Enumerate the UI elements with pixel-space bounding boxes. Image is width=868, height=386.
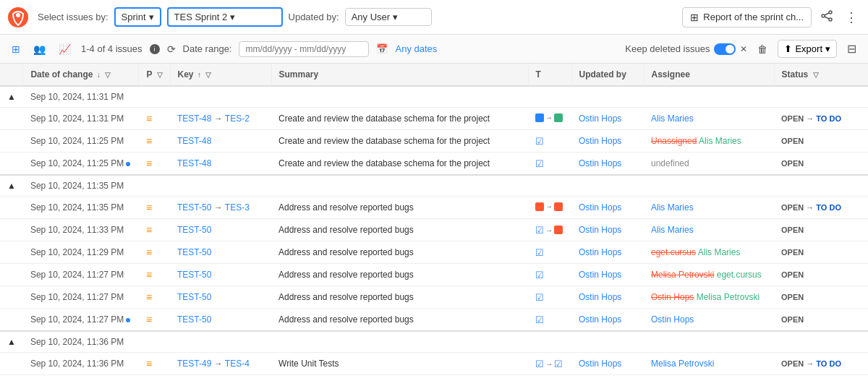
row-assignee: Unassigned Alis Maries	[644, 130, 774, 153]
row-type: ☑→☑	[528, 353, 571, 375]
sprint-value-dropdown[interactable]: TES Sprint 2 ▾	[167, 7, 283, 27]
columns-button[interactable]: ⊟	[844, 39, 859, 59]
priority-filter-icon[interactable]: ▽	[157, 71, 163, 79]
row-date: Sep 10, 2024, 11:35 PM	[23, 197, 139, 219]
row-priority: ≡	[139, 309, 170, 332]
key-link[interactable]: TEST-48	[177, 113, 211, 124]
sprint-type-dropdown[interactable]: Sprint ▾	[114, 7, 161, 27]
row-status: OPEN → TO DO	[774, 108, 868, 130]
col-key-header: Key ↑ ▽	[170, 64, 271, 86]
row-priority: ≡	[139, 286, 170, 309]
row-date: Sep 10, 2024, 11:25 PM	[23, 153, 139, 176]
row-key: TEST-50	[170, 286, 271, 309]
issues-table-container: Date of change ↓ ▽ P ▽ Key ↑ ▽ Summary T…	[0, 64, 868, 375]
key-link[interactable]: TEST-50	[177, 225, 211, 235]
key-link[interactable]: TEST-50	[177, 202, 211, 213]
row-priority: ≡	[139, 130, 170, 153]
key-link[interactable]: TEST-50	[177, 292, 211, 302]
priority-icon: ≡	[146, 158, 152, 169]
row-indent	[0, 309, 23, 332]
status-filter-icon[interactable]: ▽	[813, 71, 819, 79]
key-link[interactable]: TEST-50	[177, 247, 211, 257]
grid-view-button[interactable]: ⊞	[9, 42, 23, 56]
row-date: Sep 10, 2024, 11:33 PM	[23, 219, 139, 241]
key-link[interactable]: TEST-48	[177, 158, 211, 168]
row-status: OPEN	[774, 264, 868, 286]
svg-line-6	[825, 17, 829, 19]
info-icon[interactable]: i	[150, 44, 160, 54]
priority-icon: ≡	[146, 202, 152, 213]
svg-point-1	[16, 13, 20, 17]
chart-view-button[interactable]: 📈	[56, 42, 74, 56]
row-priority: ≡	[139, 197, 170, 219]
refresh-button[interactable]: ⟳	[167, 43, 176, 55]
row-assignee: Ostin Hops Melisa Petrovski	[644, 286, 774, 309]
trash-button[interactable]: 🗑	[754, 40, 770, 58]
row-indent	[0, 264, 23, 286]
key-link[interactable]: TEST-48	[177, 136, 211, 146]
row-status: OPEN	[774, 219, 868, 241]
share-button[interactable]	[817, 7, 836, 28]
row-indent	[0, 353, 23, 375]
date-range-input[interactable]	[239, 41, 369, 57]
row-updated-by: Ostin Hops	[571, 264, 644, 286]
row-status: OPEN → TO DO	[774, 353, 868, 375]
key-to-link[interactable]: TES-2	[225, 113, 250, 124]
row-updated-by: Ostin Hops	[571, 309, 644, 332]
row-type: ☑	[528, 286, 571, 309]
priority-icon: ≡	[146, 291, 152, 303]
calendar-icon[interactable]: 📅	[376, 43, 388, 54]
keep-deleted-toggle[interactable]	[714, 43, 736, 55]
row-status: OPEN	[774, 153, 868, 176]
table-body: ▲ Sep 10, 2024, 11:31 PM Sep 10, 2024, 1…	[0, 86, 868, 375]
export-button[interactable]: ⬆ Export ▾	[778, 40, 837, 58]
row-indent	[0, 108, 23, 130]
svg-line-5	[825, 13, 829, 15]
more-options-button[interactable]: ⋮	[842, 7, 861, 28]
keep-deleted-section: Keep deleted issues ✕	[625, 43, 747, 55]
row-assignee: Melisa Petrovski eget.cursus	[644, 264, 774, 286]
row-key: TEST-50 → TES-3	[170, 197, 271, 219]
key-to-link[interactable]: TES-3	[225, 202, 250, 213]
date-sort-icon[interactable]: ↓	[97, 71, 101, 79]
date-filter-icon[interactable]: ▽	[105, 71, 111, 79]
row-status: OPEN	[774, 130, 868, 153]
users-view-button[interactable]: 👥	[30, 42, 48, 56]
row-type: →	[528, 108, 571, 130]
row-date: Sep 10, 2024, 11:29 PM	[23, 241, 139, 264]
priority-icon: ≡	[146, 246, 152, 258]
group-expand[interactable]: ▲	[0, 86, 23, 108]
user-filter-dropdown[interactable]: Any User ▾	[345, 8, 432, 26]
group-date: Sep 10, 2024, 11:36 PM	[23, 331, 868, 353]
group-row: ▲ Sep 10, 2024, 11:31 PM	[0, 86, 868, 108]
svg-point-3	[822, 14, 825, 17]
key-link[interactable]: TEST-49	[177, 359, 211, 369]
group-row: ▲ Sep 10, 2024, 11:35 PM	[0, 175, 868, 197]
key-to-link[interactable]: TES-4	[225, 359, 250, 369]
key-sort-icon[interactable]: ↑	[197, 71, 201, 79]
row-summary: Address and resolve reported bugs	[271, 197, 528, 219]
group-date: Sep 10, 2024, 11:31 PM	[23, 86, 868, 108]
table-row: Sep 10, 2024, 11:27 PM ≡ TEST-50 Address…	[0, 309, 868, 332]
key-filter-icon[interactable]: ▽	[205, 71, 211, 79]
group-expand[interactable]: ▲	[0, 175, 23, 197]
any-dates-button[interactable]: Any dates	[395, 43, 437, 54]
key-link[interactable]: TEST-50	[177, 314, 211, 325]
report-button[interactable]: ⊞ Report of the sprint ch...	[682, 7, 812, 27]
key-link[interactable]: TEST-50	[177, 270, 211, 280]
row-type: ☑	[528, 309, 571, 332]
table-row: Sep 10, 2024, 11:31 PM ≡ TEST-48 → TES-2…	[0, 108, 868, 130]
col-updated-header: Updated by	[571, 64, 644, 86]
table-row: Sep 10, 2024, 11:27 PM ≡ TEST-50 Address…	[0, 264, 868, 286]
svg-point-4	[829, 18, 832, 21]
table-row: Sep 10, 2024, 11:25 PM ≡ TEST-48 Create …	[0, 130, 868, 153]
group-expand[interactable]: ▲	[0, 331, 23, 353]
row-summary: Create and review the database schema fo…	[271, 108, 528, 130]
row-type: ☑	[528, 264, 571, 286]
row-indent	[0, 219, 23, 241]
updated-by-label: Updated by:	[289, 12, 339, 22]
upload-icon: ⬆	[784, 43, 792, 54]
row-updated-by: Ostin Hops	[571, 197, 644, 219]
row-type: ☑	[528, 241, 571, 264]
row-type: ☑	[528, 130, 571, 153]
